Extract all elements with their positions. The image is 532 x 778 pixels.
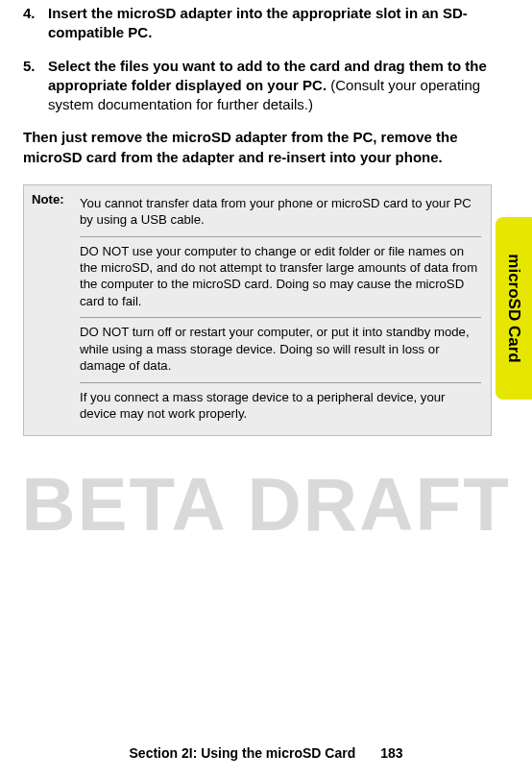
step-number: 5.: [23, 57, 48, 115]
step-5: 5. Select the files you want to add to t…: [23, 57, 492, 115]
footer-section: Section 2I: Using the microSD Card: [130, 745, 356, 761]
step-text: Select the files you want to add to the …: [48, 57, 492, 115]
side-tab: microSD Card: [496, 217, 532, 400]
note-paragraph: DO NOT use your computer to change or ed…: [80, 239, 481, 316]
page-footer: Section 2I: Using the microSD Card 183: [0, 745, 532, 761]
footer-page-number: 183: [380, 745, 402, 761]
note-divider: [80, 382, 481, 383]
watermark-text: BETA DRAFT: [0, 461, 532, 548]
note-divider: [80, 317, 481, 318]
note-paragraph: DO NOT turn off or restart your computer…: [80, 320, 481, 379]
step-bold: Insert the microSD adapter into the appr…: [48, 5, 468, 40]
step-4: 4. Insert the microSD adapter into the a…: [23, 4, 492, 43]
followup-paragraph: Then just remove the microSD adapter fro…: [23, 128, 492, 167]
note-divider: [80, 236, 481, 237]
note-box: Note: You cannot transfer data from your…: [23, 184, 492, 437]
step-text: Insert the microSD adapter into the appr…: [48, 4, 492, 43]
step-number: 4.: [23, 4, 48, 43]
note-paragraph: You cannot transfer data from your phone…: [80, 191, 481, 234]
page-body: 4. Insert the microSD adapter into the a…: [0, 0, 532, 436]
note-label: Note:: [24, 185, 78, 436]
side-tab-label: microSD Card: [504, 254, 523, 362]
note-paragraph: If you connect a mass storage device to …: [80, 385, 481, 428]
note-body: You cannot transfer data from your phone…: [78, 185, 491, 436]
